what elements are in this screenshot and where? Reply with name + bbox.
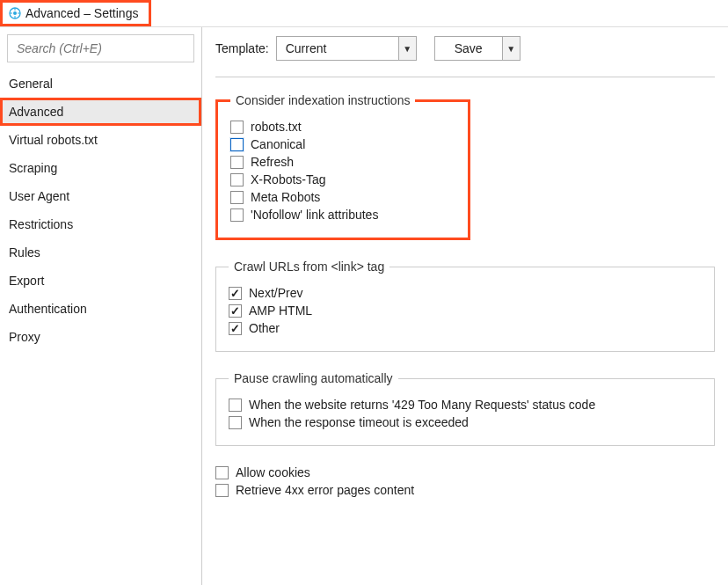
- checkbox-label: Other: [249, 321, 280, 335]
- check-row-xrobots[interactable]: X-Robots-Tag: [230, 172, 455, 186]
- sidebar-item-authentication[interactable]: Authentication: [0, 295, 201, 323]
- svg-point-1: [13, 11, 17, 15]
- group-indexation: Consider indexation instructions robots.…: [215, 93, 470, 240]
- check-row-retrieve-4xx[interactable]: Retrieve 4xx error pages content: [215, 483, 715, 497]
- checkbox-label: Canonical: [251, 137, 305, 151]
- sidebar-item-proxy[interactable]: Proxy: [0, 323, 201, 351]
- group-indexation-legend: Consider indexation instructions: [230, 93, 415, 107]
- checkbox-label: AMP HTML: [249, 303, 312, 318]
- sidebar-item-advanced[interactable]: Advanced: [0, 98, 201, 126]
- checkbox-label: robots.txt: [251, 120, 302, 134]
- app-icon: [8, 6, 22, 20]
- group-pause-legend: Pause crawling automatically: [229, 371, 398, 385]
- checkbox-amp[interactable]: [229, 304, 242, 318]
- divider: [215, 77, 715, 77]
- checkbox-nofollow[interactable]: [230, 208, 244, 222]
- checkbox-label: 'Nofollow' link attributes: [251, 208, 378, 222]
- loose-options: Allow cookies Retrieve 4xx error pages c…: [215, 465, 715, 497]
- template-value: Current: [277, 41, 398, 55]
- chevron-down-icon: ▼: [502, 37, 520, 60]
- check-row-allow-cookies[interactable]: Allow cookies: [215, 465, 715, 479]
- window-titlebar: Advanced – Settings: [0, 0, 151, 26]
- check-row-refresh[interactable]: Refresh: [230, 155, 455, 169]
- sidebar-item-virtual-robots[interactable]: Virtual robots.txt: [0, 126, 201, 154]
- search-input[interactable]: [15, 40, 186, 56]
- check-row-canonical[interactable]: Canonical: [230, 137, 455, 151]
- template-label: Template:: [215, 41, 269, 55]
- group-link-tag: Crawl URLs from <link> tag Next/Prev AMP…: [215, 260, 715, 352]
- main-panel: Template: Current ▼ Save ▼ Consider inde…: [202, 27, 728, 585]
- chevron-down-icon: ▼: [398, 37, 416, 60]
- check-row-other[interactable]: Other: [229, 321, 702, 335]
- check-row-robots[interactable]: robots.txt: [230, 120, 455, 134]
- checkbox-canonical[interactable]: [230, 138, 244, 151]
- template-dropdown[interactable]: Current ▼: [276, 36, 417, 61]
- check-row-timeout[interactable]: When the response timeout is exceeded: [229, 415, 702, 429]
- checkbox-label: Retrieve 4xx error pages content: [236, 483, 414, 497]
- checkbox-label: When the website returns '429 Too Many R…: [249, 398, 595, 412]
- checkbox-refresh[interactable]: [230, 156, 244, 169]
- checkbox-label: X-Robots-Tag: [251, 172, 326, 186]
- checkbox-label: When the response timeout is exceeded: [249, 415, 469, 429]
- checkbox-other[interactable]: [229, 322, 242, 335]
- sidebar-item-scraping[interactable]: Scraping: [0, 154, 201, 182]
- checkbox-label: Refresh: [251, 155, 294, 169]
- window-title: Advanced – Settings: [25, 6, 138, 20]
- checkbox-429[interactable]: [229, 399, 242, 412]
- sidebar-item-export[interactable]: Export: [0, 267, 201, 295]
- check-row-metarobots[interactable]: Meta Robots: [230, 190, 455, 204]
- checkbox-retrieve-4xx[interactable]: [215, 484, 229, 497]
- checkbox-xrobots[interactable]: [230, 173, 244, 186]
- save-button[interactable]: Save ▼: [434, 36, 521, 61]
- sidebar-nav: General Advanced Virtual robots.txt Scra…: [0, 69, 201, 351]
- save-button-label: Save: [435, 41, 502, 55]
- checkbox-nextprev[interactable]: [229, 287, 242, 300]
- checkbox-label: Next/Prev: [249, 286, 302, 300]
- checkbox-robots[interactable]: [230, 121, 244, 134]
- sidebar-search[interactable]: [7, 34, 194, 62]
- sidebar-item-restrictions[interactable]: Restrictions: [0, 210, 201, 238]
- group-link-tag-legend: Crawl URLs from <link> tag: [229, 260, 389, 274]
- sidebar-item-general[interactable]: General: [0, 69, 201, 98]
- checkbox-metarobots[interactable]: [230, 191, 244, 204]
- check-row-429[interactable]: When the website returns '429 Too Many R…: [229, 398, 702, 412]
- sidebar: General Advanced Virtual robots.txt Scra…: [0, 27, 202, 585]
- checkbox-timeout[interactable]: [229, 416, 242, 429]
- checkbox-label: Allow cookies: [236, 465, 310, 479]
- check-row-amp[interactable]: AMP HTML: [229, 303, 702, 318]
- sidebar-item-rules[interactable]: Rules: [0, 238, 201, 267]
- template-toolbar: Template: Current ▼ Save ▼: [215, 36, 715, 61]
- group-pause: Pause crawling automatically When the we…: [215, 371, 715, 446]
- check-row-nofollow[interactable]: 'Nofollow' link attributes: [230, 208, 455, 222]
- sidebar-item-user-agent[interactable]: User Agent: [0, 182, 201, 210]
- checkbox-label: Meta Robots: [251, 190, 320, 204]
- checkbox-allow-cookies[interactable]: [215, 466, 229, 479]
- check-row-nextprev[interactable]: Next/Prev: [229, 286, 702, 300]
